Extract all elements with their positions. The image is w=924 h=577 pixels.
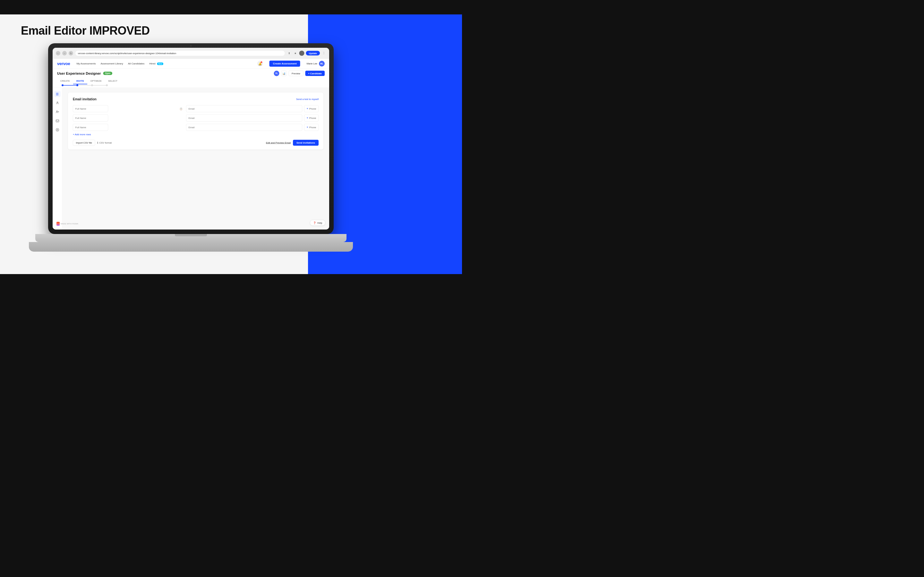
sidebar-users-icon[interactable]	[54, 100, 60, 106]
sidebar-user-add-icon[interactable]	[54, 109, 60, 115]
add-rows-link[interactable]: + Add more rows	[73, 133, 91, 136]
form-row-3: + Phone	[73, 124, 318, 131]
share-icon[interactable]: ⬆	[287, 51, 292, 55]
user-name: Marie Lee	[307, 62, 317, 65]
progress-dot-4	[106, 84, 108, 86]
hired-badge: New	[157, 63, 163, 65]
phone-plus-icon-3: +	[307, 126, 309, 129]
sidebar-settings-icon[interactable]	[54, 127, 60, 133]
phone-button-1[interactable]: + Phone	[304, 105, 318, 112]
top-nav: vervoe My Assessments Assessment Library…	[53, 59, 329, 69]
content-area: Email invitation Send a test to myself 📋	[62, 88, 329, 230]
user-avatar: ML	[319, 61, 325, 66]
assessment-title-row: User Experience Designer Open VL 📊 Previ…	[57, 71, 325, 76]
help-label: Help	[317, 221, 322, 224]
csv-format-icon: ℹ	[97, 141, 98, 144]
nav-hired[interactable]: Hired New	[149, 62, 163, 65]
progress-line-2	[78, 85, 91, 85]
sidebar: ☰	[53, 88, 62, 230]
phone-plus-icon-2: +	[307, 116, 309, 120]
laptop-base	[35, 234, 347, 242]
notification-dot	[261, 61, 262, 63]
full-name-input-3[interactable]	[73, 124, 108, 131]
edit-preview-email-link[interactable]: Edit and Preview Email	[266, 141, 291, 144]
send-test-link[interactable]: Send a test to myself	[296, 98, 318, 101]
help-button[interactable]: ❓ Help	[310, 220, 325, 226]
svg-point-1	[57, 111, 58, 112]
phone-label-3: Phone	[309, 126, 317, 129]
sidebar-menu-icon[interactable]: ☰	[54, 91, 60, 97]
app-content: vervoe My Assessments Assessment Library…	[53, 59, 329, 229]
tabs-row: CREATE INVITE OPTIMIZE SELECT	[57, 78, 325, 85]
progress-indicator	[57, 84, 325, 87]
page-title: Email Editor IMPROVED	[21, 24, 150, 37]
csv-icon-1: 📋	[180, 107, 183, 110]
full-name-input-wrapper-3	[73, 124, 184, 131]
tab-optimize[interactable]: OPTIMIZE	[87, 78, 105, 85]
add-candidate-button[interactable]: + Candidate	[305, 71, 325, 76]
browser-chrome: ← → ↻ vervoe-content-library.vervoe.com/…	[53, 48, 329, 59]
laptop-screen: ← → ↻ vervoe-content-library.vervoe.com/…	[53, 48, 329, 229]
csv-format-label: CSV format	[99, 141, 111, 144]
progress-line-1	[63, 85, 76, 85]
notification-bell[interactable]: 🔔	[257, 61, 263, 66]
csv-format-link[interactable]: ℹ CSV format	[97, 141, 111, 144]
tab-select[interactable]: SELECT	[105, 78, 121, 85]
phone-button-3[interactable]: + Phone	[304, 124, 318, 131]
full-name-input-wrapper-2	[73, 114, 184, 121]
email-input-1[interactable]	[186, 105, 302, 112]
email-card: Email invitation Send a test to myself 📋	[68, 93, 323, 150]
nav-all-candidates[interactable]: All Candidates	[128, 62, 145, 65]
full-name-input-2[interactable]	[73, 114, 108, 121]
figma-badge-label: MADE WITH FIGMA	[61, 223, 78, 225]
preview-button[interactable]: Preview	[289, 71, 304, 76]
laptop-device: ← → ↻ vervoe-content-library.vervoe.com/…	[48, 43, 334, 259]
url-text: vervoe-content-library.vervoe.com/script…	[78, 52, 176, 55]
refresh-button[interactable]: ↻	[69, 51, 73, 55]
import-csv-button[interactable]: Import CSV file	[73, 140, 95, 146]
browser-user-avatar	[299, 51, 304, 56]
help-icon: ❓	[313, 221, 317, 224]
chart-icon[interactable]: 📊	[281, 71, 287, 76]
bottom-row: Import CSV file ℹ CSV format Edit and Pr…	[73, 140, 318, 146]
back-button[interactable]: ←	[56, 51, 60, 55]
nav-links: My Assessments Assessment Library All Ca…	[76, 62, 163, 65]
laptop-foot	[29, 242, 353, 251]
laptop-hinge	[175, 234, 207, 236]
browser-menu-icon[interactable]: ⋮	[321, 51, 326, 55]
phone-button-2[interactable]: + Phone	[304, 114, 318, 121]
status-badge: Open	[103, 72, 112, 75]
email-input-3[interactable]	[186, 124, 302, 131]
browser-update-button[interactable]: Update	[306, 51, 320, 56]
form-row-2: + Phone	[73, 114, 318, 121]
tab-invite[interactable]: INVITE	[73, 78, 87, 85]
svg-point-3	[57, 129, 58, 131]
sidebar-email-icon[interactable]	[54, 118, 60, 124]
sub-header-actions: VL 📊 Preview + Candidate	[274, 71, 325, 76]
full-name-input-1[interactable]	[73, 105, 108, 112]
create-assessment-button[interactable]: Create Assessment	[270, 61, 300, 67]
forward-button[interactable]: →	[62, 51, 67, 55]
nav-my-assessments[interactable]: My Assessments	[76, 62, 95, 65]
laptop-body: ← → ↻ vervoe-content-library.vervoe.com/…	[48, 43, 334, 234]
url-bar[interactable]: vervoe-content-library.vervoe.com/script…	[75, 50, 285, 56]
vl-badge: VL	[274, 71, 279, 76]
browser-actions: ⬆ ★ Update ⋮	[287, 51, 326, 56]
phone-label-2: Phone	[309, 117, 317, 119]
figma-logo-icon	[57, 222, 60, 226]
send-invitations-button[interactable]: Send invitations	[293, 140, 318, 146]
figma-badge: MADE WITH FIGMA	[57, 222, 78, 226]
main-body: ☰	[53, 88, 329, 230]
card-title: Email invitation	[73, 97, 97, 101]
assessment-title: User Experience Designer	[57, 71, 101, 75]
full-name-input-wrapper-1: 📋	[73, 105, 184, 112]
svg-rect-2	[56, 119, 59, 122]
add-rows-row: + Add more rows	[73, 133, 318, 136]
bookmark-icon[interactable]: ★	[293, 51, 298, 55]
nav-assessment-library[interactable]: Assessment Library	[100, 62, 123, 65]
sub-header: User Experience Designer Open VL 📊 Previ…	[53, 69, 329, 88]
email-input-2[interactable]	[186, 114, 302, 121]
user-area[interactable]: Marie Lee ML	[307, 61, 325, 66]
camera-dot	[190, 45, 192, 47]
tab-create[interactable]: CREATE	[57, 78, 73, 85]
